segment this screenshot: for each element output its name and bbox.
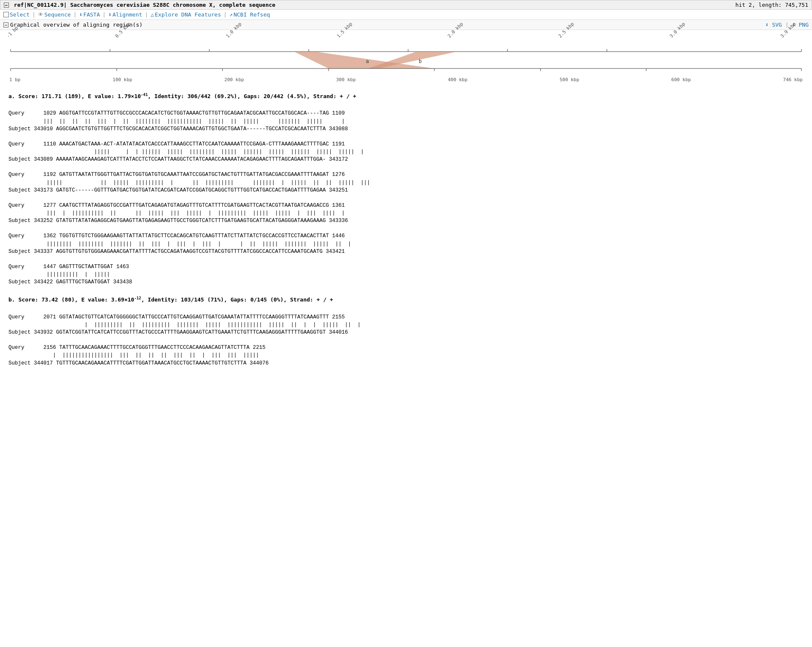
subject-label: Subject [8,360,31,366]
subject-end: 343438 [113,279,132,285]
query-label: Query [8,345,31,351]
fasta-link[interactable]: FASTA [83,11,100,18]
header-hit: hit 2, length: 745,751 [735,2,808,8]
subject-end: 344016 [329,329,348,335]
query-start: 1029 [31,110,56,116]
query-start: 1447 [31,264,56,270]
subject-start: 343932 [34,329,53,335]
query-label: Query [8,233,31,239]
external-icon: ↗ [229,11,233,18]
subject-label: Subject [8,279,31,285]
query-seq: AAACATGACTAAA-ACT-ATATATACATCACCCATTAAAG… [59,141,329,147]
alignment-block-b1: Query 2071 GGTATAGCTGTTCATCATGGGGGGCTATT… [8,306,804,337]
toolbar: Select | 👁 Sequence | ⬇ FASTA | ⬇ Alignm… [0,10,812,20]
subject-end: 343336 [329,218,348,224]
triangle-icon: △ [151,11,154,18]
query-seq: CAATGCTTTATAGAGGTGCCGATTTGATCAGAGATGTAGA… [59,203,329,208]
query-label: Query [8,264,31,270]
graphical-area: -1 bp 0.5 kbp 1.0 kbp 1.5 kbp 2.0 kbp 2.… [0,30,812,86]
subject-start: 343252 [34,218,53,224]
query-end: 1361 [332,203,345,208]
query-seq: TGGTGTTGTCTGGGAAGAAGTTATTATTATGCTTCCACAG… [59,233,329,239]
query-seq: GATGTTAATATTGGGTTGATTACTGGTGATGTGCAAATTA… [59,172,329,178]
subject-seq: AGGTGTTGTGTGGGAAGAAACGATTATTTTACTGCCAGAT… [56,249,323,255]
query-end: 1446 [332,233,345,239]
match-line: ||||| | | |||||| ||||| |||||||| ||||| ||… [59,149,364,155]
query-end: 1191 [332,141,345,147]
query-end: 2155 [332,314,345,320]
match-line: ||||| || ||||| ||||||||| | || ||||||||| … [47,180,370,186]
minus-box-graphical[interactable]: − [3,22,8,27]
region-a-label: a [366,58,369,64]
alignment-section: a. Score: 171.71 (189), E value: 1.79×10… [0,86,812,370]
query-seq: TATTTGCAACAGAAACTTTTGCCATGGGTTTGAACCTTCC… [59,345,250,351]
subject-start: 343010 [34,126,53,132]
download-svg-icon: ⬇ [765,22,769,28]
alignment-block-a5: Query 1362 TGGTGTTGTCTGGGAAGAAGTTATTATTA… [8,225,804,255]
subject-label: Subject [8,156,31,162]
ruler-bottom-label-6: 600 kbp [671,77,691,82]
alignment-block-a6: Query 1447 GAGTTTGCTAATTGGAT 1463 ||||||… [8,255,804,286]
subject-label: Subject [8,187,31,193]
divider-ab [8,286,804,293]
download-alignment-icon: ⬇ [108,11,112,18]
subject-label: Subject [8,249,31,255]
ruler-bottom-label-1: 100 kbp [112,77,132,82]
subject-label: Subject [8,218,31,224]
subject-end: 344076 [250,360,269,366]
subject-seq: TGTTTGCAACAGAAACATTTTCGATTGGATTAAACATGCC… [56,360,247,366]
subject-label: Subject [8,126,31,132]
subject-seq: GTATGTTATATAGAGGCAGTGAAGTTATGAGAGAAGTTGC… [56,218,326,224]
query-seq: AGGTGATTCCGTATTTGTTGCCGCCCACACATCTGCTGGT… [59,110,329,116]
subject-seq: GAGTTTGCTGAATGGAT [56,279,110,285]
header-ref-id: ref|NC_001142.9| Saccharomyces cerevisia… [14,2,275,8]
sequence-link[interactable]: Sequence [44,11,71,18]
subject-start: 344017 [34,360,53,366]
match-line: | ||||||||| || ||||||||| ||||||| ||||| |… [47,322,361,328]
subject-end: 343088 [329,126,348,132]
ruler-bottom-label-5: 500 kbp [560,77,579,82]
png-download-link[interactable]: PNG [799,22,809,28]
ruler-bottom-label-7: 746 kbp [783,77,803,82]
subject-start: 343337 [34,249,53,255]
svg-download-link[interactable]: SVG [772,22,782,28]
subject-start: 343173 [34,187,53,193]
select-label[interactable]: Select [10,11,30,18]
explore-link[interactable]: Explore DNA Features [155,11,221,18]
minus-box[interactable]: − [4,3,9,8]
query-label: Query [8,203,31,208]
ruler-bottom-label-3: 300 kbp [336,77,356,82]
subject-start: 343089 [34,156,53,162]
query-seq: GAGTTTGCTAATTGGAT [59,264,113,270]
query-start: 1362 [31,233,56,239]
subject-seq: GGTATCGGTATTCATCATTCCGGTTTACTGCCCATTTTGA… [56,329,326,335]
query-start: 2156 [31,345,56,351]
ncbi-link[interactable]: NCBI Refseq [233,11,270,18]
alignment-link[interactable]: Alignment [112,11,142,18]
graphical-overview-svg: a b [8,39,804,81]
query-label: Query [8,314,31,320]
query-seq: GGTATAGCTGTTCATCATGGGGGGCTATTGCCCATTGTCA… [59,314,329,320]
match-line: |||||||||| | ||||| [47,271,110,277]
subject-start: 343422 [34,279,53,285]
alignment-block-a3: Query 1192 GATGTTAATATTGGGTTGATTACTGGTGA… [8,163,804,194]
query-start: 1192 [31,172,56,178]
ruler-bottom-label-2: 200 kbp [225,77,244,82]
alignment-block-b2: Query 2156 TATTTGCAACAGAAACTTTTGCCATGGGT… [8,336,804,367]
match-line: ||| | |||||||||| || || ||||| ||| ||||| |… [47,210,345,216]
alignment-block-a2: Query 1110 AAACATGACTAAA-ACT-ATATATACATC… [8,133,804,164]
subject-label: Subject [8,329,31,335]
eye-icon: 👁 [38,11,44,18]
score-line-b: b. Score: 73.42 (80), E value: 3.69×10-1… [8,296,804,303]
query-label: Query [8,172,31,178]
subject-end: 343251 [329,187,348,193]
subject-end: 343172 [329,156,348,162]
region-b-label: b [419,58,422,64]
alignment-block-a1: Query 1029 AGGTGATTCCGTATTTGTTGCCGCCCACA… [8,102,804,133]
subject-seq: AAAAATAAGCAAAGAGTCATTTATACCTCTCCAATTAAGG… [56,156,326,162]
match-line: | |||||||||||||||| ||| || || || ||| || |… [47,352,259,358]
header-bar: − ref|NC_001142.9| Saccharomyces cerevis… [0,0,812,10]
query-end: 2215 [253,345,266,351]
select-checkbox[interactable] [3,12,9,17]
match-line: ||| || || || ||| | || |||||||| |||||||||… [44,118,345,124]
